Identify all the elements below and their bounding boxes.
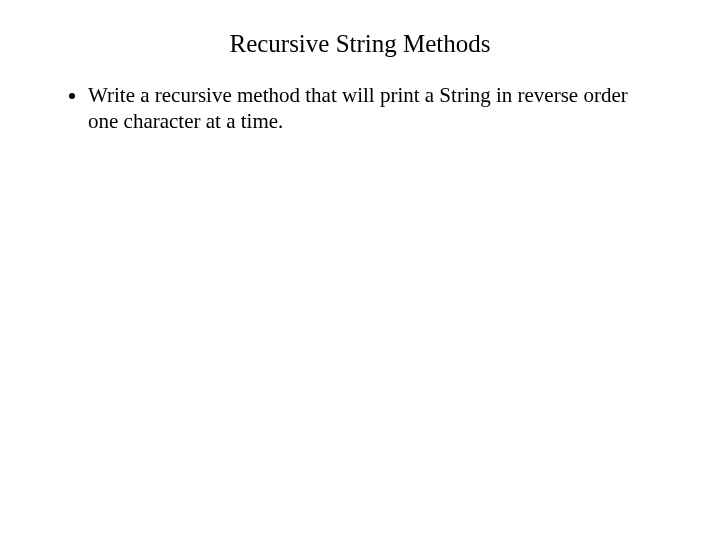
list-item: Write a recursive method that will print… — [88, 82, 660, 135]
slide-body: Write a recursive method that will print… — [0, 82, 720, 135]
slide-title: Recursive String Methods — [0, 0, 720, 82]
slide: Recursive String Methods Write a recursi… — [0, 0, 720, 540]
bullet-list: Write a recursive method that will print… — [60, 82, 660, 135]
